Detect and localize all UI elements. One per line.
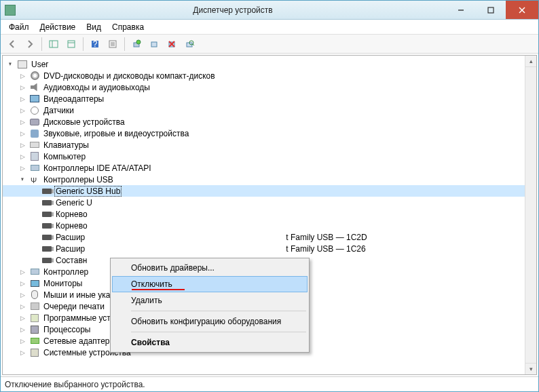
highlight-underline	[132, 289, 185, 290]
properties-button[interactable]	[63, 36, 79, 52]
svg-rect-1	[488, 7, 494, 13]
expander-icon[interactable]	[18, 83, 27, 92]
vertical-scrollbar[interactable]: ▴ ▾	[525, 56, 536, 374]
expander-icon[interactable]	[18, 313, 27, 323]
tree-row[interactable]: Расширt Family USB — 1C2D	[3, 231, 536, 243]
toolbar-separator	[83, 37, 83, 51]
tree-row[interactable]: DVD-дисководы и дисководы компакт-дисков	[3, 70, 536, 81]
window-buttons	[446, 1, 538, 19]
tree-row[interactable]: Звуковые, игровые и видеоустройства	[3, 128, 536, 139]
expander-icon[interactable]	[18, 140, 27, 150]
tree-row[interactable]: Видеоадаптеры	[3, 93, 536, 104]
titlebar[interactable]: Диспетчер устройств	[1, 1, 538, 20]
expander-icon[interactable]	[18, 267, 27, 277]
node-icon	[29, 151, 40, 162]
context-item[interactable]: Свойства	[112, 334, 308, 351]
svg-line-22	[193, 44, 194, 45]
node-label: Расшир	[54, 233, 86, 242]
expander-icon[interactable]	[18, 290, 27, 300]
node-icon	[29, 336, 40, 347]
node-icon	[41, 232, 52, 243]
expander-icon[interactable]	[18, 117, 27, 127]
context-item-label: Отключить	[131, 279, 172, 289]
context-item[interactable]: Отключить	[112, 276, 308, 292]
maximize-button[interactable]	[476, 1, 506, 19]
node-label: DVD-дисководы и дисководы компакт-дисков	[42, 71, 217, 81]
context-menu[interactable]: Обновить драйверы...ОтключитьУдалитьОбно…	[110, 258, 310, 353]
expander-icon[interactable]	[18, 175, 27, 184]
tree-row[interactable]: Корнево	[3, 208, 536, 220]
expander-icon[interactable]	[18, 94, 27, 104]
expander-icon[interactable]	[18, 279, 27, 288]
scroll-up-icon[interactable]: ▴	[525, 56, 536, 67]
expander-icon[interactable]	[18, 129, 27, 138]
context-item-label: Свойства	[131, 338, 170, 347]
node-icon	[29, 128, 40, 139]
context-item[interactable]: Обновить драйверы...	[112, 260, 308, 276]
node-label: Контроллеры IDE ATA/ATAPI	[42, 163, 153, 173]
node-icon	[29, 140, 40, 151]
node-icon	[41, 243, 52, 254]
menu-action[interactable]: Действие	[35, 21, 81, 33]
tree-row[interactable]: User	[3, 58, 536, 70]
menu-view[interactable]: Вид	[81, 21, 107, 33]
tree-row[interactable]: Датчики	[3, 104, 536, 116]
menu-file[interactable]: Файл	[3, 21, 35, 33]
node-label: Очереди печати	[42, 302, 106, 311]
uninstall-button[interactable]	[164, 36, 180, 52]
expander-icon[interactable]	[18, 325, 27, 334]
expander-icon[interactable]	[18, 152, 27, 161]
help-button[interactable]: ?	[87, 36, 103, 52]
node-icon	[41, 186, 52, 197]
node-icon	[29, 117, 40, 128]
tree-row[interactable]: Контроллеры IDE ATA/ATAPI	[3, 162, 536, 174]
node-label: Звуковые, игровые и видеоустройства	[42, 129, 190, 138]
expander-icon[interactable]	[18, 336, 27, 346]
node-icon	[29, 82, 40, 93]
tree-row[interactable]: Корнево	[3, 220, 536, 231]
node-icon	[29, 163, 40, 174]
svg-rect-6	[68, 41, 75, 47]
tree-row[interactable]: Расширt Family USB — 1C26	[3, 243, 536, 254]
expander-icon[interactable]	[5, 60, 15, 69]
svg-text:?: ?	[93, 39, 98, 49]
tree-row[interactable]: Компьютер	[3, 151, 536, 162]
enable-button[interactable]	[146, 36, 162, 52]
node-icon	[41, 255, 52, 266]
expander-icon[interactable]	[18, 106, 27, 115]
toolbar: ?	[1, 35, 538, 54]
expander-icon[interactable]	[18, 348, 27, 357]
expander-icon[interactable]	[18, 71, 27, 81]
expander-icon[interactable]	[18, 163, 27, 173]
tree-row[interactable]: Generic U	[3, 197, 536, 208]
tree-row[interactable]: Контроллеры USB	[3, 174, 536, 185]
tree-row[interactable]: Аудиовходы и аудиовыходы	[3, 81, 536, 93]
context-item[interactable]: Обновить конфигурацию оборудования	[112, 313, 308, 330]
node-icon	[29, 105, 40, 116]
menu-help[interactable]: Справка	[107, 21, 149, 33]
toolbar-separator	[124, 37, 125, 51]
node-label: Мониторы	[42, 279, 83, 288]
node-label: User	[30, 60, 50, 69]
context-item[interactable]: Удалить	[112, 292, 308, 309]
update-driver-button[interactable]	[128, 36, 145, 52]
expander-icon[interactable]	[18, 302, 27, 311]
node-icon	[41, 220, 52, 231]
context-item-label: Удалить	[131, 296, 162, 305]
node-label: Процессоры	[42, 325, 92, 334]
tree-row[interactable]: Клавиатуры	[3, 139, 536, 151]
close-button[interactable]	[506, 1, 538, 19]
node-label-suffix: t Family USB — 1C26	[286, 244, 365, 254]
scan-button[interactable]	[181, 36, 198, 52]
back-button[interactable]	[4, 36, 20, 52]
context-separator	[131, 332, 306, 332]
tree-row[interactable]: Дисковые устройства	[3, 116, 536, 128]
show-hide-tree-button[interactable]	[45, 36, 62, 52]
tree-row[interactable]: Generic USB Hub	[3, 185, 536, 197]
scroll-down-icon[interactable]: ▾	[525, 363, 536, 374]
svg-rect-16	[151, 42, 157, 47]
node-icon	[29, 71, 40, 81]
view-button[interactable]	[105, 36, 121, 52]
forward-button[interactable]	[22, 36, 38, 52]
minimize-button[interactable]	[446, 1, 476, 19]
